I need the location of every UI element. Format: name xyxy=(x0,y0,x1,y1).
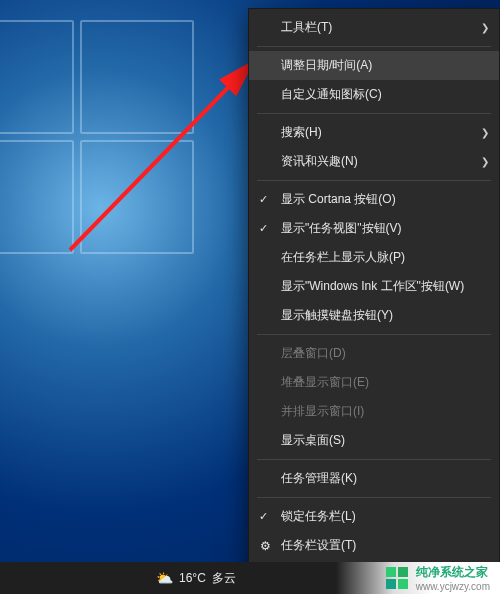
chevron-right-icon: ❯ xyxy=(481,156,489,167)
watermark-brand: 纯净系统之家 www.ycjwzy.com xyxy=(336,562,500,594)
menu-item-label: 显示"任务视图"按钮(V) xyxy=(281,220,489,237)
desktop-screen: 🐾 工具栏(T)❯调整日期/时间(A)自定义通知图标(C)搜索(H)❯资讯和兴趣… xyxy=(0,0,500,594)
menu-item-label: 任务栏设置(T) xyxy=(281,537,489,554)
menu-item-label: 显示桌面(S) xyxy=(281,432,489,449)
menu-item-label: 显示"Windows Ink 工作区"按钮(W) xyxy=(281,278,489,295)
menu-item[interactable]: ✓锁定任务栏(L) xyxy=(249,502,499,531)
menu-item-label: 显示 Cortana 按钮(O) xyxy=(281,191,489,208)
menu-item[interactable]: ✓显示 Cortana 按钮(O) xyxy=(249,185,499,214)
chevron-right-icon: ❯ xyxy=(481,22,489,33)
check-icon: ✓ xyxy=(259,510,268,523)
weather-widget[interactable]: ⛅ 16°C 多云 xyxy=(156,570,236,587)
menu-item[interactable]: 工具栏(T)❯ xyxy=(249,13,499,42)
menu-item-label: 层叠窗口(D) xyxy=(281,345,489,362)
menu-item: 层叠窗口(D) xyxy=(249,339,499,368)
menu-item[interactable]: 自定义通知图标(C) xyxy=(249,80,499,109)
menu-item[interactable]: ⚙任务栏设置(T) xyxy=(249,531,499,560)
menu-item-label: 资讯和兴趣(N) xyxy=(281,153,489,170)
menu-item[interactable]: 搜索(H)❯ xyxy=(249,118,499,147)
menu-item[interactable]: 任务管理器(K) xyxy=(249,464,499,493)
taskbar-context-menu[interactable]: 工具栏(T)❯调整日期/时间(A)自定义通知图标(C)搜索(H)❯资讯和兴趣(N… xyxy=(248,8,500,594)
menu-separator xyxy=(257,459,491,460)
menu-item-label: 任务管理器(K) xyxy=(281,470,489,487)
menu-item-label: 显示触摸键盘按钮(Y) xyxy=(281,307,489,324)
check-icon: ✓ xyxy=(259,222,268,235)
brand-logo-icon xyxy=(386,567,408,589)
menu-item-label: 并排显示窗口(I) xyxy=(281,403,489,420)
menu-item: 并排显示窗口(I) xyxy=(249,397,499,426)
menu-item-label: 调整日期/时间(A) xyxy=(281,57,489,74)
menu-item-label: 工具栏(T) xyxy=(281,19,489,36)
check-icon: ✓ xyxy=(259,193,268,206)
menu-item[interactable]: 显示桌面(S) xyxy=(249,426,499,455)
menu-item: 堆叠显示窗口(E) xyxy=(249,368,499,397)
brand-url: www.ycjwzy.com xyxy=(416,581,490,592)
menu-item[interactable]: ✓显示"任务视图"按钮(V) xyxy=(249,214,499,243)
menu-item-label: 在任务栏上显示人脉(P) xyxy=(281,249,489,266)
menu-separator xyxy=(257,180,491,181)
weather-desc: 多云 xyxy=(212,570,236,587)
menu-item[interactable]: 显示"Windows Ink 工作区"按钮(W) xyxy=(249,272,499,301)
chevron-right-icon: ❯ xyxy=(481,127,489,138)
menu-separator xyxy=(257,46,491,47)
menu-item[interactable]: 资讯和兴趣(N)❯ xyxy=(249,147,499,176)
menu-item-label: 搜索(H) xyxy=(281,124,489,141)
menu-item-label: 堆叠显示窗口(E) xyxy=(281,374,489,391)
gear-icon: ⚙ xyxy=(258,539,272,553)
brand-title: 纯净系统之家 xyxy=(416,564,490,581)
menu-separator xyxy=(257,113,491,114)
menu-item[interactable]: 在任务栏上显示人脉(P) xyxy=(249,243,499,272)
menu-item[interactable]: 显示触摸键盘按钮(Y) xyxy=(249,301,499,330)
weather-icon: ⛅ xyxy=(156,570,173,586)
weather-temp: 16°C xyxy=(179,571,206,585)
menu-item-label: 自定义通知图标(C) xyxy=(281,86,489,103)
menu-item[interactable]: 调整日期/时间(A) xyxy=(249,51,499,80)
menu-item-label: 锁定任务栏(L) xyxy=(281,508,489,525)
menu-separator xyxy=(257,497,491,498)
windows-logo-light xyxy=(0,20,240,300)
menu-separator xyxy=(257,334,491,335)
